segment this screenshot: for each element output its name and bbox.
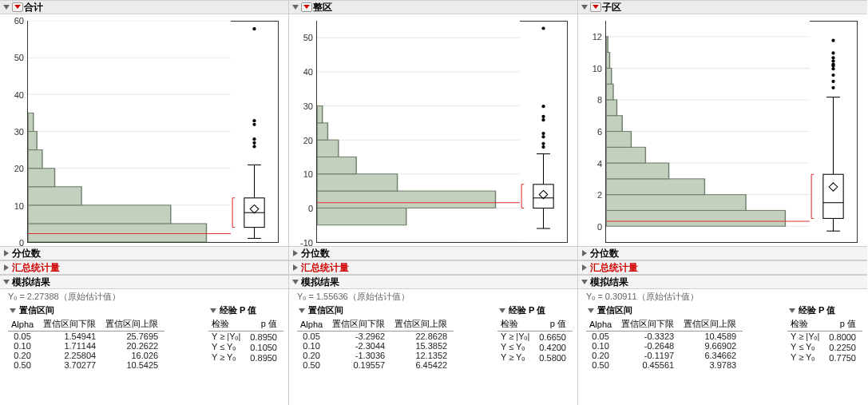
pval-label: 经验 P 值 [220,304,256,316]
svg-marker-35 [303,5,310,9]
table-row: 0.202.2580416.026 [8,351,164,360]
panel-0: 合计 0102030405060 分位数 汇总统计量 模拟结果 Y₀ = 2.2… [0,0,289,405]
svg-point-104 [831,59,834,62]
histogram-plot[interactable] [316,21,520,243]
table-row: Y ≥ |Y₀|0.8000 [787,332,862,343]
y-axis-labels: -1001020304050 [294,21,316,243]
disclosure-closed-icon[interactable] [291,248,300,258]
menu-dropdown-icon[interactable] [590,2,601,12]
disclosure-closed-icon[interactable] [580,248,589,258]
svg-point-59 [541,135,545,138]
panel-title: 合计 [24,1,43,14]
menu-dropdown-icon[interactable] [301,2,312,12]
svg-rect-9 [28,224,207,242]
disclosure-open-icon[interactable] [787,306,797,316]
disclosure-open-icon[interactable] [291,2,300,12]
disclosure-open-icon[interactable] [291,277,300,287]
pval-label: 经验 P 值 [509,304,545,316]
sim-header[interactable]: 模拟结果 [0,275,288,289]
disclosure-open-icon[interactable] [497,306,507,316]
table-row: 0.101.7114420.2622 [8,341,164,351]
svg-rect-88 [606,68,612,84]
table-row: Y ≥ Y₀0.5800 [497,352,573,363]
svg-marker-1 [14,5,21,9]
svg-point-107 [831,39,834,42]
boxplot[interactable] [810,21,858,243]
svg-rect-89 [606,53,609,69]
table-row: 0.10-2.304415.3852 [297,341,454,351]
quantiles-label: 分位数 [590,247,619,260]
svg-marker-67 [292,280,299,284]
svg-marker-110 [581,280,588,284]
svg-point-24 [252,141,256,145]
svg-rect-83 [606,147,645,163]
disclosure-open-icon[interactable] [297,306,307,316]
panel-header[interactable]: 合计 [0,0,288,14]
boxplot[interactable] [231,21,279,243]
summary-header[interactable]: 汇总统计量 [578,260,867,275]
svg-marker-34 [292,5,299,10]
summary-header[interactable]: 汇总统计量 [0,260,288,275]
ci-block: 置信区间 Alpha置信区间下限置信区间上限 0.05-3.296222.862… [297,304,454,370]
quantiles-label: 分位数 [12,247,41,260]
disclosure-closed-icon[interactable] [2,248,11,258]
table-row: Y ≥ |Y₀|0.8950 [208,332,283,343]
boxplot[interactable] [520,21,568,243]
table-row: 0.05-3.296222.8628 [297,332,454,342]
svg-marker-111 [588,308,594,313]
sim-header[interactable]: 模拟结果 [289,275,577,289]
histogram-plot[interactable] [27,21,231,243]
svg-rect-11 [28,187,81,205]
ci-label: 置信区间 [308,304,343,316]
y0-estimate: Y₀ = 1.55636（原始估计值） [297,291,573,303]
svg-rect-46 [317,157,356,173]
sim-label: 模拟结果 [301,276,339,289]
table-row: 0.503.7027710.5425 [8,360,164,370]
ci-label: 置信区间 [597,304,632,316]
svg-point-60 [541,132,545,135]
ci-label: 置信区间 [19,304,54,316]
disclosure-closed-icon[interactable] [580,263,589,272]
svg-point-100 [831,73,834,77]
disclosure-open-icon[interactable] [2,2,11,12]
disclosure-open-icon[interactable] [2,277,11,287]
sim-label: 模拟结果 [590,276,628,289]
svg-marker-71 [593,5,599,9]
disclosure-open-icon[interactable] [208,306,218,316]
disclosure-open-icon[interactable] [580,277,589,287]
svg-rect-82 [606,163,669,179]
svg-point-99 [831,80,834,83]
svg-point-64 [541,26,545,30]
menu-dropdown-icon[interactable] [12,2,23,12]
svg-point-23 [252,145,256,148]
disclosure-open-icon[interactable] [586,306,596,316]
svg-marker-108 [582,250,587,256]
table-row: 0.05-0.332310.4589 [586,332,743,342]
disclosure-open-icon[interactable] [580,2,589,12]
table-row: 0.500.455613.9783 [586,360,743,370]
svg-rect-90 [606,37,608,53]
svg-rect-96 [823,174,843,218]
quantiles-header[interactable]: 分位数 [0,246,288,260]
svg-point-27 [252,119,256,122]
sim-header[interactable]: 模拟结果 [578,275,867,289]
histogram-plot[interactable] [605,21,810,243]
table-row: 0.500.195576.45422 [297,360,454,370]
quantiles-header[interactable]: 分位数 [578,246,867,260]
panel-title: 子区 [602,1,621,14]
y0-estimate: Y₀ = 2.27388（原始估计值） [8,291,283,303]
summary-header[interactable]: 汇总统计量 [289,260,577,275]
svg-point-62 [541,115,545,118]
disclosure-open-icon[interactable] [8,306,18,316]
panel-header[interactable]: 子区 [578,0,867,14]
disclosure-closed-icon[interactable] [291,263,300,272]
summary-label: 汇总统计量 [301,261,349,275]
svg-rect-45 [317,174,398,191]
svg-point-63 [541,105,545,108]
panel-header[interactable]: 整区 [289,0,577,14]
disclosure-closed-icon[interactable] [2,263,11,272]
quantiles-header[interactable]: 分位数 [289,246,577,260]
pval-table: 检验p 值 Y ≥ |Y₀|0.8950Y ≤ Y₀0.1050Y ≥ Y₀0.… [208,318,283,363]
svg-rect-49 [317,106,323,123]
svg-marker-69 [499,308,505,313]
